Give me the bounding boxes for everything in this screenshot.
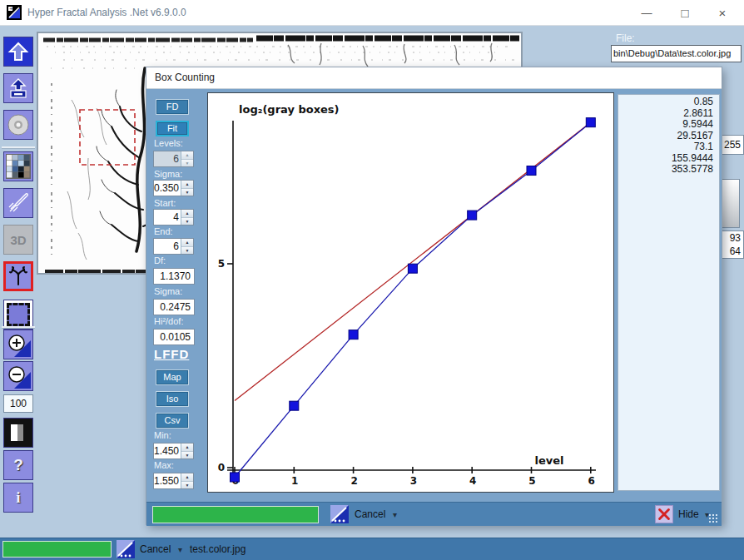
gray-box-counts-list[interactable]: 0.852.86119.594429.516773.1155.9444353.5… <box>618 94 720 491</box>
cancel-dropdown-icon[interactable]: ▾ <box>393 510 397 519</box>
spinner-up-icon[interactable]: ▲ <box>181 444 193 452</box>
sigma-value[interactable]: 0.350 <box>154 181 181 196</box>
x-tick-label: 5 <box>528 475 535 487</box>
spinner-down-icon[interactable]: ▼ <box>181 247 193 255</box>
dialog-cancel-button[interactable]: Cancel <box>355 508 385 520</box>
spinner-up-icon[interactable]: ▲ <box>181 210 193 218</box>
data-point-marker[interactable] <box>231 473 240 482</box>
status-progress-bar <box>2 541 112 558</box>
dialog-title-bar[interactable]: Box Counting <box>146 67 722 89</box>
levels-spinner: 6 ▲▼ <box>153 151 194 167</box>
y-tick-label: 5 <box>218 258 225 270</box>
x-tick-label: 4 <box>469 475 476 487</box>
data-point-marker[interactable] <box>349 330 358 339</box>
disc-button[interactable] <box>3 110 33 140</box>
minimize-icon[interactable]: — <box>634 6 659 20</box>
title-bar: + Hyper Fractal Analysis .Net v6.9.0.0 —… <box>0 0 744 26</box>
spinner-down-icon[interactable]: ▼ <box>181 452 193 459</box>
brush-icon <box>7 191 30 215</box>
y-tick-label: 0 <box>218 462 225 473</box>
brush-button[interactable] <box>3 188 33 218</box>
palette-button[interactable] <box>3 151 33 181</box>
spinner-down-icon[interactable]: ▼ <box>181 482 193 489</box>
list-value: 155.9444 <box>618 153 719 165</box>
fd-button[interactable]: FD <box>156 99 189 115</box>
fractal-analysis-button-active[interactable] <box>3 261 33 291</box>
info-button[interactable]: i <box>3 483 33 513</box>
contrast-button[interactable] <box>3 418 33 448</box>
navigate-up-button[interactable] <box>3 37 33 67</box>
zoom-level-input[interactable] <box>3 394 33 413</box>
list-value: 353.5778 <box>618 164 719 176</box>
spinner-up-icon[interactable]: ▲ <box>181 181 193 189</box>
export-image-button[interactable] <box>3 73 33 103</box>
contrast-icon <box>7 421 30 444</box>
data-point-marker[interactable] <box>290 401 299 410</box>
info-icon: i <box>16 488 20 507</box>
chi2dof-field[interactable]: 0.0105 <box>153 329 195 345</box>
status-filename: test.color.jpg <box>190 543 246 555</box>
file-path-input[interactable]: bin\Debug\Data\test.color.jpg <box>611 45 742 62</box>
data-point-marker[interactable] <box>468 211 477 220</box>
app-window: + Hyper Fractal Analysis .Net v6.9.0.0 —… <box>0 0 744 560</box>
levels-label: Levels: <box>154 138 183 148</box>
spinner-up-icon[interactable]: ▲ <box>181 473 193 482</box>
close-icon[interactable]: × <box>710 6 735 20</box>
selection-tool-button[interactable] <box>3 300 33 330</box>
dialog-title: Box Counting <box>155 72 215 83</box>
zoom-out-button[interactable] <box>3 361 33 391</box>
hide-button[interactable]: Hide <box>678 508 699 520</box>
list-value: 29.5167 <box>618 131 719 142</box>
status-cancel-dropdown-icon[interactable]: ▾ <box>178 545 182 554</box>
min-spinner[interactable]: 1.450 ▲▼ <box>153 443 194 459</box>
levels-value: 6 <box>154 151 181 166</box>
x-tick-label: 2 <box>350 475 357 487</box>
status-cancel-button[interactable]: Cancel <box>140 543 171 555</box>
spinner-up-icon[interactable]: ▲ <box>181 239 193 247</box>
spinner-down-icon[interactable]: ▼ <box>181 218 193 225</box>
max-value[interactable]: 1.550 <box>154 473 181 488</box>
data-point-marker[interactable] <box>408 264 417 273</box>
fit-plot-icon <box>117 540 135 558</box>
min-value[interactable]: 1.450 <box>154 444 181 458</box>
box-counting-chart: 050123456log₂(gray boxes)level <box>207 92 614 493</box>
resize-grip[interactable] <box>708 513 718 523</box>
dialog-progress-bar <box>152 506 319 523</box>
df-field[interactable]: 1.1370 <box>153 268 195 285</box>
app-icon: + <box>7 5 22 20</box>
start-value[interactable]: 4 <box>154 210 181 225</box>
question-mark-icon: ? <box>13 456 23 474</box>
csv-button[interactable]: Csv <box>156 413 189 429</box>
x-tick-label: 1 <box>291 475 298 487</box>
threed-label: 3D <box>10 233 26 247</box>
start-spinner[interactable]: 4 ▲▼ <box>153 209 194 225</box>
sigma-fit-label: Sigma: <box>154 286 182 296</box>
iso-button[interactable]: Iso <box>156 391 189 407</box>
spinner-down-icon[interactable]: ▼ <box>181 189 193 196</box>
sigma-spinner[interactable]: 0.350 ▲▼ <box>153 180 194 196</box>
fractal-tree-icon <box>7 265 29 287</box>
data-line <box>235 122 591 477</box>
help-button[interactable]: ? <box>3 450 33 480</box>
data-point-marker[interactable] <box>586 118 595 127</box>
zoom-in-button[interactable] <box>3 330 33 359</box>
max-spinner[interactable]: 1.550 ▲▼ <box>153 473 194 489</box>
map-button[interactable]: Map <box>156 369 189 385</box>
sigma-fit-field[interactable]: 0.2475 <box>153 299 195 315</box>
chart-title: log₂(gray boxes) <box>239 103 340 116</box>
list-value: 0.85 <box>618 97 719 108</box>
red-x-icon <box>655 505 673 523</box>
list-value: 9.5944 <box>618 119 719 131</box>
end-spinner[interactable]: 6 ▲▼ <box>153 238 194 255</box>
lffd-header: LFFD <box>154 347 189 361</box>
start-label: Start: <box>154 198 176 208</box>
fit-button[interactable]: Fit <box>156 121 189 136</box>
toolbar-separator <box>2 326 35 329</box>
data-point-marker[interactable] <box>527 166 536 176</box>
maximize-icon[interactable]: □ <box>672 6 697 20</box>
end-value[interactable]: 6 <box>154 239 181 254</box>
fit-plot-icon <box>330 505 349 523</box>
window-title: Hyper Fractal Analysis .Net v6.9.0.0 <box>27 7 186 18</box>
x-tick-label: 3 <box>410 475 417 487</box>
file-label: File: <box>616 32 635 44</box>
